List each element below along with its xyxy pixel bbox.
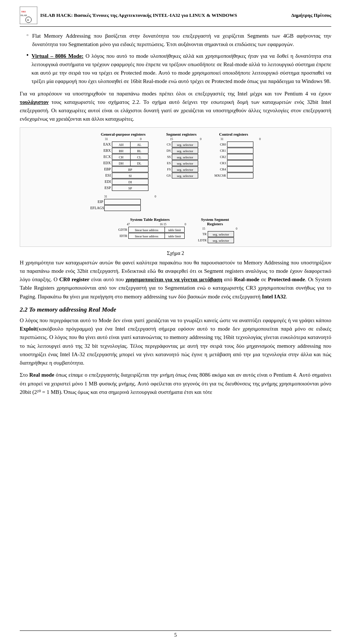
edi-label: EDI xyxy=(98,180,112,184)
virtual-mode-label: Virtual – 8086 Mode: xyxy=(31,53,83,59)
bullet-circle-item: ○ Flat Memory Addressing που βασίζεται σ… xyxy=(26,32,331,49)
content: ○ Flat Memory Addressing που βασίζεται σ… xyxy=(20,32,331,396)
cr3-box xyxy=(227,160,253,166)
page-number: 5 xyxy=(174,632,177,638)
di-box: DI xyxy=(112,179,148,185)
cr4-label: CR4 xyxy=(214,167,227,171)
page: ΤΕΙ ISLAB ⚙ ISLAB HACK: Βασικές Έννοιες … xyxy=(0,0,351,644)
eip-row: EIP xyxy=(90,199,156,205)
seg-bit-lo: 0 xyxy=(200,138,201,141)
ecx-row: ECX CH CL xyxy=(98,154,148,160)
cr3-label: CR3 xyxy=(214,161,227,165)
esi-label: ESI xyxy=(98,173,112,177)
bullet-circle-icon: ○ xyxy=(26,33,29,37)
cr2-row: CR2 xyxy=(214,154,253,160)
cr2-label: CR2 xyxy=(214,155,227,159)
sys-seg-bit-hi: 15 xyxy=(202,227,205,230)
cr0-ref: CR0 register xyxy=(59,276,90,282)
cs-box: seg. selector xyxy=(172,142,198,147)
bullet-dot-text: Virtual – 8086 Mode: Ο λόγος που αυτό το… xyxy=(31,52,331,86)
para1-text-start: Για να μπορέσουν να υποστηριχθούν τα παρ… xyxy=(20,91,331,97)
sys-area: System Table Registers 47 16 15 0 GDTR l… xyxy=(23,217,328,244)
ch-box: CH xyxy=(112,154,131,159)
ctrl-title: Control registers xyxy=(219,132,248,136)
islab-logo-icon: ΤΕΙ ISLAB ⚙ xyxy=(20,7,37,24)
bullet-section: ○ Flat Memory Addressing που βασίζεται σ… xyxy=(26,32,331,86)
tr-row: TR seg. selector xyxy=(196,231,234,237)
cr0-box xyxy=(227,142,253,147)
ds-box: seg. selector xyxy=(172,148,198,154)
cr2-box xyxy=(227,154,253,160)
sys-seg-bit-lo: 0 xyxy=(236,227,237,230)
bullet-circle-text: Flat Memory Addressing που βασίζεται στη… xyxy=(32,32,331,49)
cl-box: CL xyxy=(131,154,148,159)
ctrl-registers-col: Control registers 31 0 CR0 CR1 CR2 xyxy=(207,132,261,179)
sys-table-registers: System Table Registers 47 16 15 0 GDTR l… xyxy=(114,217,186,239)
ss-box: seg. selector xyxy=(172,154,198,160)
footer: 5 xyxy=(20,630,331,638)
bp-box: BP xyxy=(112,166,148,172)
bit-16: 16 15 xyxy=(128,223,166,226)
section-heading: 2.2 Το memory addressing Real Mode xyxy=(20,306,331,313)
sp-box: SP xyxy=(112,185,148,191)
protected-mode-ref: Protected-mode xyxy=(268,276,305,282)
register-diagram: General-purpose registers 31 0 EAX AH AL xyxy=(20,127,331,247)
ss-label: SS xyxy=(165,155,172,159)
idtr-narrow-box: table limit xyxy=(165,233,185,239)
para1-bold: τουλάχιστον xyxy=(20,99,49,105)
diagram-caption: Σχήμα 2 xyxy=(20,251,331,256)
seg-registers-col: Segment registers 15 0 CS seg. selector … xyxy=(161,132,201,179)
gp-bit-lo: 0 xyxy=(140,138,141,141)
mxcsr-label: MXCSR xyxy=(214,174,227,177)
cr1-box xyxy=(227,148,253,154)
edx-row: EDX DH DL xyxy=(98,160,148,166)
intel-ia32-ref: Intel IA32 xyxy=(262,294,286,300)
sys-seg-registers: System SegmentRegisters 15 0 TR seg. sel… xyxy=(193,217,237,244)
seg-title: Segment registers xyxy=(166,132,196,136)
gp-title: General-purpose registers xyxy=(101,132,146,136)
exploit-ref: Exploit xyxy=(20,326,37,332)
bit-0: 0 xyxy=(166,223,186,226)
para4: Στο Real mode όπως είπαμε ο επεξεργαστής… xyxy=(20,371,331,396)
header-author: Δημήτρης Πρίτσος xyxy=(291,12,331,18)
cs-row: CS seg. selector xyxy=(165,142,198,147)
tr-box: seg. selector xyxy=(208,231,234,237)
eflags-box xyxy=(104,205,141,211)
esp-label: ESP xyxy=(98,186,112,190)
gdtr-label: GDTR xyxy=(115,228,128,231)
cr0-usage: χρησιμοποιείται για να γίνεται μετάβαση xyxy=(125,276,222,282)
ebp-row: EBP BP xyxy=(98,166,148,172)
ctrl-bit-lo: 0 xyxy=(259,138,261,141)
ldtr-box: seg. selector xyxy=(208,237,234,243)
bl-box: BL xyxy=(131,148,148,153)
ebp-label: EBP xyxy=(98,167,112,171)
header-title: ISLAB HACK: Βασικές Έννοιες της Αρχιτεκτ… xyxy=(40,12,237,18)
ebx-row: EBX BH BL xyxy=(98,148,148,154)
sys-seg-title: System SegmentRegisters xyxy=(201,217,229,226)
gdtr-row: GDTR linear base address table limit xyxy=(115,227,185,233)
idtr-wide-box: linear base address xyxy=(128,233,165,239)
dl-box: DL xyxy=(131,161,148,166)
eip-label-text: EIP xyxy=(90,200,104,204)
cs-label: CS xyxy=(165,143,172,146)
cr3-row: CR3 xyxy=(214,160,253,166)
para3: Ο λόγος που περιγράφεται αυτό το Mode δε… xyxy=(20,316,331,368)
cr1-label: CR1 xyxy=(214,149,227,152)
svg-text:ISLAB: ISLAB xyxy=(20,14,27,16)
real-mode-text: Real mode xyxy=(29,372,54,378)
cr1-row: CR1 xyxy=(214,148,253,154)
tr-label: TR xyxy=(196,232,208,236)
svg-text:⚙: ⚙ xyxy=(27,19,29,21)
eflags-label-text: EFLAGS xyxy=(90,206,104,210)
ldtr-label: LDTR xyxy=(196,238,208,242)
ds-row: DS seg. selector xyxy=(165,148,198,154)
cr0-row: CR0 xyxy=(214,142,253,147)
cr0-label: CR0 xyxy=(214,143,227,146)
sys-table-title: System Table Registers xyxy=(130,217,170,222)
ah-box: AH xyxy=(112,142,131,147)
para1: Για να μπορέσουν να υποστηριχθούν τα παρ… xyxy=(20,90,331,124)
bullet-dot-item: • Virtual – 8086 Mode: Ο λόγος που αυτό … xyxy=(26,52,331,86)
eip-bit-hi: 31 xyxy=(104,195,107,198)
svg-text:ΤΕΙ: ΤΕΙ xyxy=(21,10,26,13)
fs-row: FS seg. selector xyxy=(165,166,198,172)
